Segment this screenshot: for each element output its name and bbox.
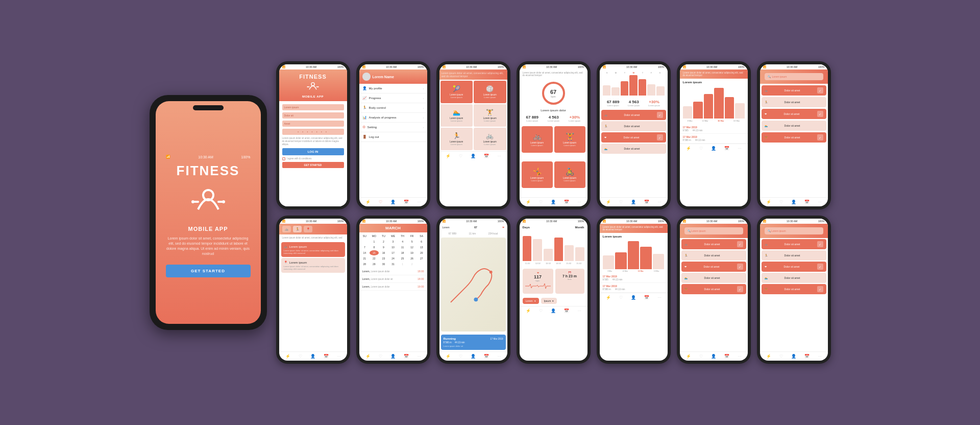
nav-r2-7-more[interactable]: ··· [818,354,822,359]
cal-d16[interactable]: 16 [379,250,388,255]
nav4-cal[interactable]: 📅 [564,200,569,204]
nav4-more[interactable]: ··· [578,200,581,204]
cal-d5[interactable]: 5 [407,239,416,244]
search-bar[interactable]: 🔍Lorem ipsum [765,73,823,80]
act-bike[interactable]: 🚲Lorem ipsumLorem ipsum [474,128,506,150]
nav5-heart[interactable]: ♡ [619,200,623,204]
nav-r2-1-heart[interactable]: ♡ [299,354,302,359]
wl-item-1[interactable]: 🚲Dolor sit amet✓ [681,239,746,249]
cal-d17[interactable]: 17 [388,250,398,255]
nav-r2-3-flash[interactable]: ⚡ [446,354,451,359]
nav6-cal[interactable]: 📅 [724,146,729,151]
search-item-5[interactable]: 🏋Dolor sit amet✓ [762,132,826,143]
nav-r2-6-heart[interactable]: ♡ [699,354,703,359]
nav-r2-7-person[interactable]: 👤 [791,354,796,359]
nav-more[interactable]: ··· [418,200,421,204]
cal-d11[interactable]: 11 [398,245,407,250]
nav-r2-3-more[interactable]: ··· [498,354,501,359]
nav6-person[interactable]: 👤 [711,146,716,151]
cal-d0[interactable] [360,239,370,244]
cal-d9[interactable]: 9 [379,245,388,250]
nav-r2-2-flash[interactable]: ⚡ [365,354,371,359]
nav-r2-6-more[interactable]: ··· [738,354,742,359]
nav3-heart[interactable]: ♡ [459,154,462,158]
nav4-person[interactable]: 👤 [551,200,556,204]
nav4-heart[interactable]: ♡ [539,200,543,204]
search-item-3[interactable]: ❤Dolor sit amet✓ [762,109,826,119]
cal-d28[interactable]: 28 [360,262,370,267]
wl2-item-4[interactable]: 🏊Dolor sit amet [762,273,826,283]
cal-d32[interactable]: 1 [398,262,407,267]
menu-item-analysis[interactable]: 📊Analysis of progress› [359,113,427,123]
input-password[interactable]: • • • • • • • [282,129,344,135]
cal-d24[interactable]: 24 [388,256,398,261]
nav-heart[interactable]: ♡ [379,200,382,204]
cal-list-2[interactable]: Lorem, Lorem ipsum dolor sit 18:00 [359,275,427,283]
nav3-cal[interactable]: 📅 [484,154,489,158]
cal-d20[interactable]: 20 [417,250,426,255]
menu-item-setting[interactable]: ⚙Setting› [359,123,427,132]
cal-d18[interactable]: 18 [398,250,407,255]
cal-list-3[interactable]: Lorem, Lorem ipsum dolor 19:00 [359,283,427,291]
act-run[interactable]: 🏃Lorem ipsumLorem ipsum [440,128,473,150]
nav-r2-4-person[interactable]: 👤 [551,309,556,313]
nav-r2-7-flash[interactable]: ⚡ [766,354,771,359]
nav-r2-4-flash[interactable]: ⚡ [526,309,531,313]
menu-item-profile[interactable]: 👤My profile› [359,84,427,93]
cal-d2[interactable]: 2 [379,239,388,244]
nav-r2-1-more[interactable]: ··· [337,354,341,359]
cal-d26[interactable]: 26 [407,256,416,261]
nav-r2-3-person[interactable]: 👤 [471,354,476,359]
menu-item-progress[interactable]: 📈Progress› [359,93,427,103]
sched-item-2[interactable]: 📍 Lorem ipsum Lorem ipsum dolor sit amet… [281,258,345,273]
dropdown-lorem[interactable]: Lorem ▾ [523,298,539,304]
cal-d8[interactable]: 8 [370,245,379,250]
wl2-item-2[interactable]: 🏃Dolor sit amet [762,250,826,261]
nav-r2-3-heart[interactable]: ♡ [459,354,462,359]
nav-r2-6-cal[interactable]: 📅 [724,354,729,359]
input-amet[interactable]: Amet [282,121,344,127]
act2-elliptical[interactable]: 🏋Lorem ipsumLorem ipsum [554,126,585,153]
nav-r2-2-person[interactable]: 👤 [390,354,396,359]
search-item-4[interactable]: 🏊Dolor sit amet [762,121,826,131]
tab-pin[interactable]: 📍 [304,226,312,232]
cal-d1[interactable]: 1 [370,239,379,244]
nav-r2-5-more[interactable]: ··· [658,295,662,300]
nav-r2-1-person[interactable]: 👤 [310,354,315,359]
nav-r2-7-heart[interactable]: ♡ [779,354,783,359]
nav-r2-1-flash[interactable]: ⚡ [285,354,290,359]
act2-cycle[interactable]: 🚴Lorem ipsumLorem ipsum [554,161,585,188]
login-button[interactable]: LOG IN [282,148,344,155]
nav7-heart[interactable]: ♡ [779,200,783,204]
wl2-search-bar[interactable]: 🔍 Lorem ipsum [765,227,823,234]
nav-r2-5-flash[interactable]: ⚡ [606,295,611,300]
dropdown-ipsum[interactable]: Ipsum ▾ [541,298,557,304]
nav-r2-2-heart[interactable]: ♡ [379,354,382,359]
nav5-more[interactable]: ··· [658,200,662,204]
cal-d27[interactable]: 27 [417,256,426,261]
nav4-flash[interactable]: ⚡ [526,200,531,204]
nav-r2-6-flash[interactable]: ⚡ [686,354,691,359]
cal-d29[interactable]: 29 [370,262,379,267]
act2-stretch[interactable]: 🤸Lorem ipsumLorem ipsum [522,161,553,188]
nav7-cal[interactable]: 📅 [804,200,810,204]
cal-d10[interactable]: 10 [388,245,398,250]
search-item-1[interactable]: 🚲Dolor sit amet✓ [762,85,826,96]
nav-r2-5-heart[interactable]: ♡ [619,295,623,300]
cal-d31[interactable]: 31 [388,262,398,267]
workout-item-1[interactable]: 🚲Dolor sit amet✓ [601,110,666,120]
workout-item-3[interactable]: ❤Dolor sit amet✓ [601,132,666,143]
act-tennis[interactable]: 🎾Lorem ipsumLorem ipsum [440,81,473,103]
cal-d30[interactable]: 30 [379,262,388,267]
nav3-flash[interactable]: ⚡ [446,154,451,158]
nav5-person[interactable]: 👤 [631,200,636,204]
act-swim[interactable]: 🏊Lorem ipsumLorem ipsum [440,104,473,127]
cal-d15[interactable]: 15 [370,250,379,255]
cal-d23[interactable]: 23 [379,256,388,261]
nav7-person[interactable]: 👤 [791,200,796,204]
nav5-flash[interactable]: ⚡ [606,200,611,204]
nav7-more[interactable]: ··· [818,200,822,204]
nav-flash[interactable]: ⚡ [365,200,371,204]
wl-item-3[interactable]: ❤Dolor sit amet✓ [681,262,746,272]
cal-d12[interactable]: 12 [407,245,416,250]
